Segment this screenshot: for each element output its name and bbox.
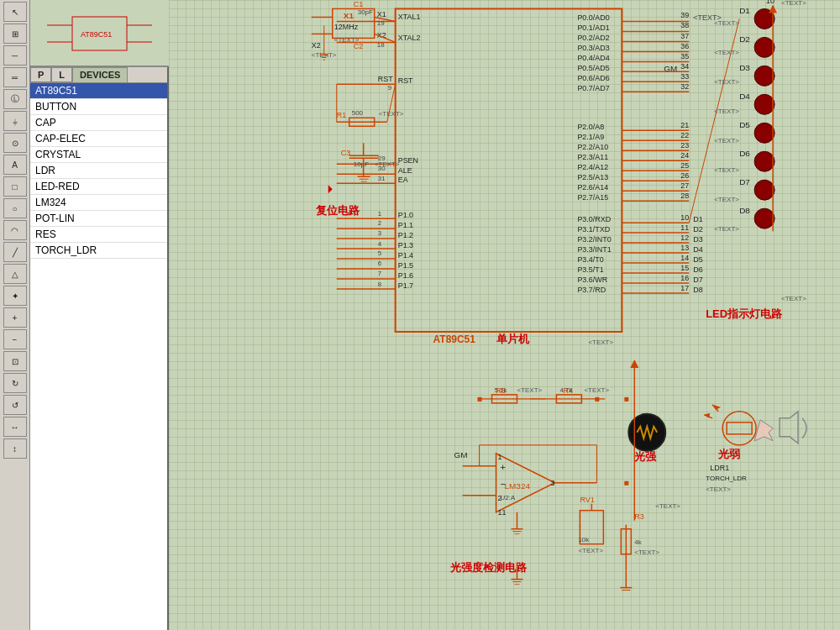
svg-text:<TEXT>: <TEXT> — [588, 339, 613, 346]
svg-text:P2.6/A14: P2.6/A14 — [577, 183, 608, 192]
svg-text:4.7k: 4.7k — [559, 386, 572, 394]
svg-text:14: 14 — [680, 254, 689, 262]
svg-text:P3.2/INT0: P3.2/INT0 — [577, 235, 611, 244]
svg-text:P2.5/A13: P2.5/A13 — [577, 173, 608, 181]
svg-text:P3.3/INT1: P3.3/INT1 — [577, 245, 611, 254]
svg-text:P3.4/T0: P3.4/T0 — [577, 255, 603, 264]
wire-tool[interactable]: ─ — [3, 45, 27, 66]
svg-text:D5: D5 — [693, 255, 702, 264]
svg-text:−: − — [501, 479, 506, 489]
svg-text:光强: 光强 — [633, 450, 657, 463]
svg-text:34: 34 — [680, 62, 689, 71]
svg-text:<TEXT>: <TEXT> — [655, 502, 680, 510]
svg-text:P3.6/WR: P3.6/WR — [577, 276, 607, 284]
svg-text:12: 12 — [680, 234, 689, 242]
component-tool[interactable]: ⊞ — [3, 24, 27, 44]
svg-text:5: 5 — [378, 249, 382, 257]
svg-text:AT89C51: AT89C51 — [81, 30, 112, 39]
zoom-in-btn[interactable]: + — [3, 307, 27, 328]
select-tool[interactable]: ↖ — [3, 2, 27, 22]
mirror-x-btn[interactable]: ↔ — [3, 417, 27, 437]
svg-text:32: 32 — [680, 82, 689, 91]
svg-text:16: 16 — [680, 274, 689, 282]
svg-text:4k: 4k — [634, 538, 641, 546]
svg-text:22: 22 — [680, 131, 689, 139]
component-res[interactable]: RES — [30, 227, 167, 243]
svg-text:24: 24 — [680, 151, 689, 160]
component-cap[interactable]: CAP — [30, 115, 167, 131]
side-panel: AT89C51 P L DEVICES AT89C51 BUTTON CAP C… — [30, 0, 169, 630]
schematic-area[interactable]: AT89C51 单片机 XTAL1 X1 19 XTAL2 X2 18 RST … — [169, 0, 840, 630]
svg-text:<TEXT>: <TEXT> — [714, 19, 739, 27]
schematic-canvas: AT89C51 单片机 XTAL1 X1 19 XTAL2 X2 18 RST … — [169, 0, 840, 630]
arc-tool[interactable]: ◠ — [3, 220, 27, 240]
svg-text:39: 39 — [680, 11, 689, 19]
tab-devices[interactable]: DEVICES — [72, 67, 128, 82]
component-led-red[interactable]: LED-RED — [30, 179, 167, 195]
svg-text:10: 10 — [680, 213, 689, 222]
svg-point-181 — [754, 94, 774, 114]
component-lm324[interactable]: LM324 — [30, 195, 167, 211]
svg-text:+: + — [501, 462, 506, 472]
tab-l[interactable]: L — [51, 67, 72, 82]
power-tool[interactable]: ⏚ — [3, 111, 27, 131]
zoom-out-btn[interactable]: − — [3, 329, 27, 349]
svg-text:P2.1/A9: P2.1/A9 — [577, 133, 604, 141]
svg-text:光强度检测电路: 光强度检测电路 — [449, 561, 528, 574]
svg-text:25: 25 — [680, 161, 689, 170]
component-pot-lin[interactable]: POT-LIN — [30, 211, 167, 227]
svg-text:D2: D2 — [739, 34, 750, 44]
svg-text:P0.3/AD3: P0.3/AD3 — [577, 44, 609, 52]
svg-point-177 — [754, 37, 774, 57]
svg-text:RST: RST — [378, 75, 393, 83]
tab-p[interactable]: P — [30, 67, 51, 82]
polygon-tool[interactable]: △ — [3, 264, 27, 284]
svg-text:P1.0: P1.0 — [398, 211, 413, 219]
probe-tool[interactable]: ⊙ — [3, 133, 27, 153]
svg-text:D3: D3 — [693, 235, 702, 244]
svg-text:U2:A: U2:A — [501, 494, 516, 501]
svg-text:<TEXT>: <TEXT> — [517, 386, 542, 394]
label-tool[interactable]: Ⓛ — [3, 89, 27, 109]
svg-text:<TEXT>: <TEXT> — [714, 108, 739, 115]
component-ldr[interactable]: LDR — [30, 163, 167, 179]
svg-text:9: 9 — [388, 84, 392, 92]
svg-text:D7: D7 — [693, 276, 702, 284]
line-tool[interactable]: ╱ — [3, 242, 27, 262]
rotate-ccw-btn[interactable]: ↺ — [3, 395, 27, 415]
svg-text:RST: RST — [398, 76, 413, 85]
svg-text:X2: X2 — [312, 41, 321, 50]
rotate-cw-btn[interactable]: ↻ — [3, 373, 27, 393]
circle-tool[interactable]: ○ — [3, 198, 27, 218]
svg-text:P1.7: P1.7 — [398, 281, 413, 290]
svg-text:P1.3: P1.3 — [398, 241, 413, 249]
svg-text:LDR1: LDR1 — [710, 464, 729, 472]
mirror-y-btn[interactable]: ↕ — [3, 438, 27, 459]
svg-text:P2.7/A15: P2.7/A15 — [577, 193, 608, 202]
component-at89c51[interactable]: AT89C51 — [30, 83, 167, 99]
svg-text:27: 27 — [680, 181, 689, 190]
svg-text:<TEXT>: <TEXT> — [714, 166, 739, 174]
svg-point-179 — [754, 66, 774, 86]
svg-text:AT89C51: AT89C51 — [433, 333, 476, 345]
svg-text:37: 37 — [680, 32, 689, 40]
svg-text:P1.1: P1.1 — [398, 221, 413, 229]
text-tool[interactable]: A — [3, 155, 27, 175]
svg-text:31: 31 — [378, 175, 386, 182]
component-cap-elec[interactable]: CAP-ELEC — [30, 131, 167, 147]
svg-text:D5: D5 — [739, 120, 750, 129]
component-button[interactable]: BUTTON — [30, 99, 167, 115]
svg-rect-275 — [595, 397, 599, 402]
component-crystal[interactable]: CRYSTAL — [30, 147, 167, 163]
svg-text:3: 3 — [378, 229, 382, 237]
box-tool[interactable]: □ — [3, 176, 27, 197]
zoom-all-btn[interactable]: ⊡ — [3, 351, 27, 371]
svg-marker-201 — [769, 4, 777, 13]
bus-tool[interactable]: ═ — [3, 67, 27, 87]
svg-rect-247 — [727, 423, 752, 434]
svg-text:<TEXT>: <TEXT> — [706, 486, 731, 493]
svg-text:4: 4 — [378, 240, 382, 248]
svg-text:P3.0/RXD: P3.0/RXD — [577, 215, 611, 223]
symbol-tool[interactable]: ✦ — [3, 286, 27, 306]
component-torch-ldr[interactable]: TORCH_LDR — [30, 243, 167, 259]
